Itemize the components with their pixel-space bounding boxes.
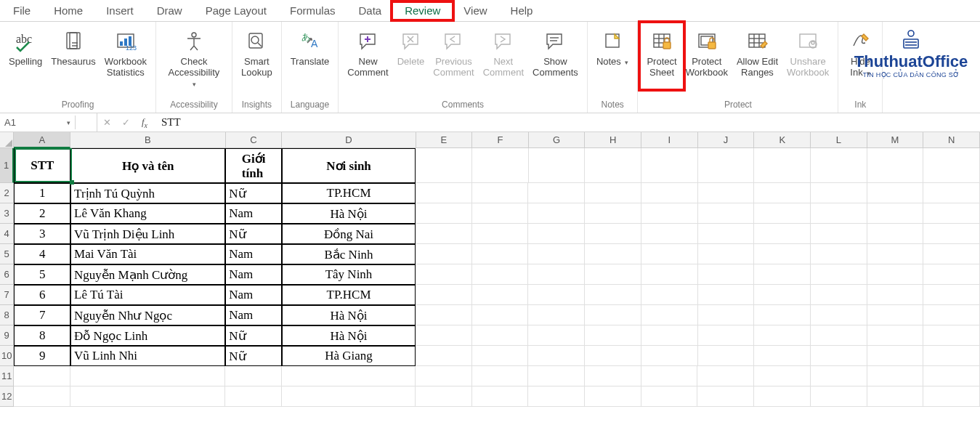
name-box[interactable]: A1 ▾	[0, 116, 76, 129]
notes-button[interactable]: Notes ▾	[592, 25, 633, 69]
cell-B5[interactable]: Mai Văn Tài	[70, 244, 225, 264]
cell-E11[interactable]	[416, 366, 472, 386]
cell-G2[interactable]	[528, 183, 585, 203]
cell-G9[interactable]	[528, 325, 585, 346]
cell-C2[interactable]: Nữ	[225, 183, 282, 203]
showcomments-button[interactable]: ShowComments	[528, 25, 583, 80]
column-header-E[interactable]: E	[416, 132, 473, 148]
cell-F9[interactable]	[472, 325, 529, 346]
cell-E5[interactable]	[416, 244, 472, 264]
cell-I8[interactable]	[641, 305, 698, 325]
row-header-11[interactable]: 11	[0, 366, 14, 386]
spelling-button[interactable]: abcSpelling	[4, 25, 46, 69]
tab-page-layout[interactable]: Page Layout	[194, 0, 278, 21]
cell-J7[interactable]	[698, 285, 755, 305]
cell-N7[interactable]	[923, 285, 980, 305]
cell-C6[interactable]: Nam	[225, 264, 282, 285]
cell-K5[interactable]	[754, 244, 811, 264]
cell-J3[interactable]	[698, 203, 755, 224]
cell-I9[interactable]	[641, 325, 698, 346]
cell-D6[interactable]: Tây Ninh	[282, 264, 416, 285]
cell-H3[interactable]	[585, 203, 641, 224]
cell-D3[interactable]: Hà Nội	[282, 203, 416, 224]
cell-I3[interactable]	[641, 203, 698, 224]
cell-D9[interactable]: Hà Nội	[282, 325, 416, 346]
cell-I2[interactable]	[641, 183, 698, 203]
cell-F7[interactable]	[472, 285, 529, 305]
tab-home[interactable]: Home	[42, 0, 94, 21]
cell-E4[interactable]	[416, 224, 472, 244]
cell-B3[interactable]: Lê Văn Khang	[70, 203, 225, 224]
cell-K12[interactable]	[754, 386, 811, 407]
cell-D11[interactable]	[282, 366, 416, 386]
cell-I12[interactable]	[641, 386, 698, 407]
row-header-3[interactable]: 3	[0, 203, 14, 224]
tab-file[interactable]: File	[1, 0, 42, 21]
cell-M7[interactable]	[867, 285, 924, 305]
cell-A5[interactable]: 4	[14, 244, 70, 264]
cancel-formula-icon[interactable]: ✕	[97, 117, 116, 128]
tab-help[interactable]: Help	[499, 0, 545, 21]
cell-B4[interactable]: Vũ Trịnh Diệu Linh	[70, 224, 225, 244]
cell-K2[interactable]	[754, 183, 811, 203]
cell-K6[interactable]	[754, 264, 811, 285]
cell-K7[interactable]	[754, 285, 811, 305]
cell-H4[interactable]	[585, 224, 641, 244]
cell-F8[interactable]	[472, 305, 529, 325]
cell-N9[interactable]	[923, 325, 980, 346]
cell-H1[interactable]	[585, 148, 641, 183]
cell-B10[interactable]: Vũ Linh Nhi	[70, 346, 225, 366]
cell-L5[interactable]	[811, 244, 867, 264]
tab-view[interactable]: View	[452, 0, 498, 21]
column-header-C[interactable]: C	[226, 132, 283, 148]
cell-A2[interactable]: 1	[14, 183, 70, 203]
row-header-4[interactable]: 4	[0, 224, 14, 244]
cell-L2[interactable]	[811, 183, 867, 203]
cell-L11[interactable]	[811, 366, 867, 386]
cell-I10[interactable]	[641, 346, 698, 366]
alloweditranges-button[interactable]: Allow EditRanges	[732, 25, 782, 80]
cell-J2[interactable]	[698, 183, 755, 203]
protectwb-button[interactable]: ProtectWorkbook	[681, 25, 732, 80]
tab-draw[interactable]: Draw	[145, 0, 194, 21]
row-header-8[interactable]: 8	[0, 305, 14, 325]
cell-F12[interactable]	[472, 386, 529, 407]
fx-icon[interactable]: fx	[135, 116, 154, 129]
cell-D12[interactable]	[282, 386, 416, 407]
cell-E8[interactable]	[416, 305, 472, 325]
cell-E3[interactable]	[416, 203, 472, 224]
cell-G10[interactable]	[528, 346, 585, 366]
row-header-10[interactable]: 10	[0, 346, 14, 366]
cell-I4[interactable]	[641, 224, 698, 244]
tab-insert[interactable]: Insert	[94, 0, 145, 21]
cell-E7[interactable]	[416, 285, 472, 305]
translate-button[interactable]: あATranslate	[286, 25, 334, 69]
cell-H5[interactable]	[585, 244, 641, 264]
cell-H6[interactable]	[585, 264, 641, 285]
cell-G4[interactable]	[528, 224, 585, 244]
cell-J12[interactable]	[697, 386, 754, 407]
cell-C8[interactable]: Nam	[225, 305, 282, 325]
cell-C3[interactable]: Nam	[225, 203, 282, 224]
row-header-1[interactable]: 1	[0, 148, 14, 183]
cell-D7[interactable]: TP.HCM	[282, 285, 416, 305]
cell-C12[interactable]	[225, 386, 282, 407]
column-header-K[interactable]: K	[754, 132, 811, 148]
cell-N6[interactable]	[923, 264, 980, 285]
cell-K1[interactable]	[754, 148, 811, 183]
column-header-F[interactable]: F	[472, 132, 529, 148]
cell-M11[interactable]	[867, 366, 924, 386]
cell-G11[interactable]	[528, 366, 585, 386]
cell-B7[interactable]: Lê Tú Tài	[70, 285, 225, 305]
row-header-9[interactable]: 9	[0, 325, 14, 346]
column-header-I[interactable]: I	[641, 132, 698, 148]
cell-F1[interactable]	[472, 148, 529, 183]
cell-D5[interactable]: Bắc Ninh	[282, 244, 416, 264]
cell-I5[interactable]	[641, 244, 698, 264]
cell-N8[interactable]	[923, 305, 980, 325]
column-header-N[interactable]: N	[923, 132, 980, 148]
cell-N11[interactable]	[923, 366, 980, 386]
cell-L4[interactable]	[811, 224, 867, 244]
cell-M9[interactable]	[867, 325, 924, 346]
tab-data[interactable]: Data	[347, 0, 393, 21]
